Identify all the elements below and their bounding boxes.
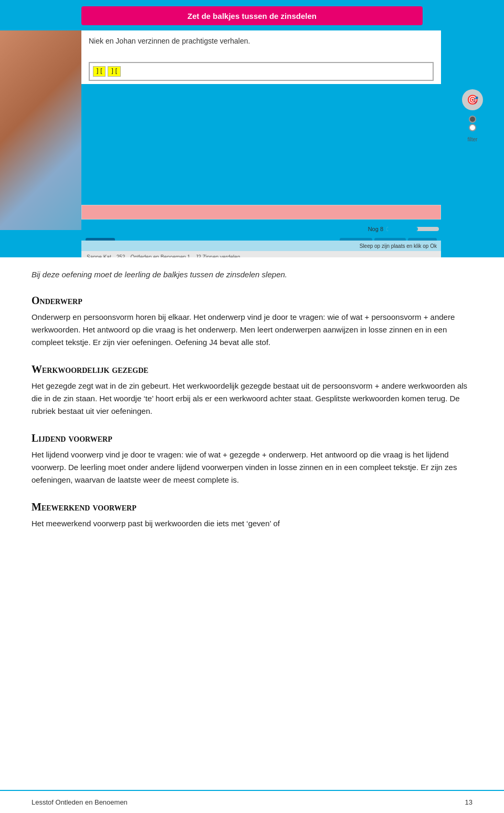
section-body-werkwoordelijk-gezegde: Het gezegde zegt wat in de zin gebeurt. … — [32, 380, 472, 418]
section-werkwoordelijk-gezegde: Werkwoordelijk gezegde Het gezegde zegt … — [32, 363, 472, 418]
section-meewerkend-voorwerp: Meewerkend voorwerp Het meewerkend voorw… — [32, 501, 472, 530]
radio-group — [469, 116, 476, 131]
screenshot-area: Zet de balkjes tussen de zinsdelen Niek … — [0, 0, 504, 257]
status-number: 252 — [117, 254, 125, 258]
status-bar: Sanne Kat 252 Ontleden en Benoemen 1 J2 … — [81, 251, 441, 257]
status-exercise: J2 Zinnen verdelen — [195, 254, 240, 258]
pink-button-label: Zet de balkjes tussen de zinsdelen — [187, 12, 317, 20]
status-user: Sanne Kat — [87, 254, 111, 258]
cyan-middle-area — [81, 84, 441, 210]
section-lijdend-voorwerp: Lijdend voorwerp Het lijdend voorwerp vi… — [32, 432, 472, 486]
section-body-meewerkend-voorwerp: Het meewerkend voorwerp past bij werkwoo… — [32, 517, 472, 530]
section-onderwerp: Onderwerp Onderwerp en persoonsvorm hore… — [32, 295, 472, 349]
person-image — [0, 30, 81, 230]
intro-text: Bij deze oefening moet de leerling de ba… — [32, 270, 472, 279]
main-content: Bij deze oefening moet de leerling de ba… — [0, 257, 504, 566]
radio-option-1[interactable] — [469, 116, 476, 123]
progress-area: Nog 8 — [81, 224, 441, 234]
sentence-display: Niek en Johan verzinnen de prachtigste v… — [81, 30, 441, 62]
section-title-onderwerp: Onderwerp — [32, 295, 472, 307]
progress-label: Nog 8 — [368, 226, 383, 232]
filter-label: filter — [468, 137, 478, 142]
footer-left: Lesstof Ontleden en Benoemen — [32, 798, 128, 806]
footer-right: 13 — [465, 798, 472, 806]
section-title-meewerkend-voorwerp: Meewerkend voorwerp — [32, 501, 472, 513]
cyan-background: Zet de balkjes tussen de zinsdelen Niek … — [0, 0, 504, 257]
page-footer: Lesstof Ontleden en Benoemen 13 — [0, 790, 504, 813]
progress-bar-fill — [386, 227, 418, 231]
bracket-left[interactable]: ][ — [93, 66, 106, 77]
hint-text: Sleep op zijn plaats en klik op Ok — [360, 243, 437, 249]
radio-option-2[interactable] — [469, 124, 476, 131]
status-section: Ontleden en Benoemen 1 — [130, 254, 190, 258]
white-content-box: Niek en Johan verzinnen de prachtigste v… — [81, 30, 441, 86]
section-body-onderwerp: Onderwerp en persoonsvorm horen bij elka… — [32, 311, 472, 349]
section-title-lijdend-voorwerp: Lijdend voorwerp — [32, 432, 472, 444]
section-title-werkwoordelijk-gezegde: Werkwoordelijk gezegde — [32, 363, 472, 376]
section-body-lijdend-voorwerp: Het lijdend voorwerp vind je door te vra… — [32, 449, 472, 486]
sleep-hint: Sleep op zijn plaats en klik op Ok — [81, 241, 441, 251]
pink-header-button[interactable]: Zet de balkjes tussen de zinsdelen — [81, 6, 423, 25]
input-bar[interactable] — [81, 205, 441, 220]
bracket-right[interactable]: ][ — [108, 66, 120, 77]
dart-icon[interactable]: 🎯 — [462, 89, 483, 110]
progress-bar-background — [386, 227, 439, 231]
right-side-icons: 🎯 filter — [441, 84, 504, 142]
drag-zone[interactable]: ][ ][ — [89, 62, 434, 81]
